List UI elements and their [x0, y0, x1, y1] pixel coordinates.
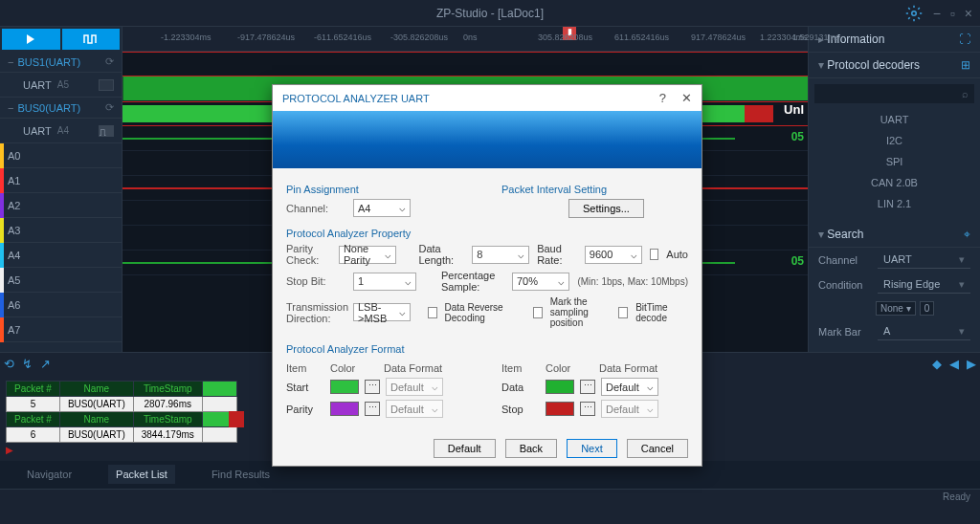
collapse-icon[interactable]: ◆: [932, 357, 942, 371]
tab-find-results[interactable]: Find Results: [204, 465, 278, 484]
channel-item[interactable]: UARTA4⎍: [0, 119, 122, 143]
window-title: ZP-Studio - [LaDoc1]: [436, 7, 544, 20]
color-picker[interactable]: ⋯: [365, 380, 380, 394]
expand-icon[interactable]: ⛶: [959, 33, 970, 46]
status-text: Ready: [943, 491, 970, 502]
none-select[interactable]: None ▾: [876, 301, 916, 316]
dialog-title: PROTOCOL ANALYZER UART: [282, 93, 430, 104]
close-icon[interactable]: ×: [965, 6, 972, 21]
bus-item[interactable]: BUS1(UART)⟳: [0, 52, 122, 73]
search-action-icon[interactable]: ⌖: [964, 228, 970, 241]
format-select[interactable]: Default: [601, 378, 658, 396]
packet-table: Packet #NameTimeStamp 5BUS0(UART)2807.96…: [6, 381, 244, 443]
stopbit-select[interactable]: 1: [353, 273, 416, 291]
parity-select[interactable]: None Parity: [339, 246, 396, 264]
bittime-checkbox[interactable]: [618, 307, 628, 318]
auto-checkbox[interactable]: [650, 249, 659, 260]
right-panel: ▸ Information⛶ ▾ Protocol decoders⊞ ⌕ UA…: [808, 27, 980, 352]
decoder-item[interactable]: UART: [809, 109, 980, 130]
decoder-search[interactable]: ⌕: [814, 84, 974, 103]
decoders-header[interactable]: Protocol decoders: [827, 58, 920, 72]
cancel-button[interactable]: Cancel: [627, 439, 688, 458]
settings-button[interactable]: Settings...: [568, 199, 644, 218]
signal-row[interactable]: A7: [0, 317, 122, 342]
search-icon: ⌕: [962, 88, 969, 99]
decoder-item[interactable]: LIN 2.1: [809, 193, 980, 214]
signal-row[interactable]: A1: [0, 168, 122, 193]
decoder-item[interactable]: SPI: [809, 151, 980, 172]
bus-item[interactable]: BUS0(UART)⟳: [0, 98, 122, 119]
refresh-icon[interactable]: ⟲: [4, 357, 14, 371]
datalength-select[interactable]: 8: [472, 246, 529, 264]
color-picker[interactable]: ⋯: [580, 402, 595, 416]
prev-icon[interactable]: ◀: [949, 357, 959, 371]
tab-navigator[interactable]: Navigator: [19, 465, 79, 484]
markbar-select[interactable]: A: [878, 323, 970, 340]
reverse-checkbox[interactable]: [428, 307, 437, 318]
marksampling-checkbox[interactable]: [533, 307, 543, 318]
color-picker[interactable]: ⋯: [365, 402, 380, 416]
table-row[interactable]: 6BUS0(UART)3844.179ms: [7, 427, 237, 443]
zero-input[interactable]: 0: [920, 301, 935, 316]
protocol-dialog: PROTOCOL ANALYZER UART ?✕ Pin Assignment…: [272, 84, 702, 467]
sync-icon[interactable]: ↯: [22, 357, 33, 371]
timeline: -1.223304ms -917.478624us -611.652416us …: [122, 27, 808, 52]
add-icon[interactable]: ⊞: [961, 58, 970, 72]
signal-row[interactable]: A0: [0, 143, 122, 168]
search-channel[interactable]: UART: [878, 251, 970, 269]
next-button[interactable]: Next: [567, 439, 617, 458]
signal-row[interactable]: A5: [0, 268, 122, 293]
minimize-icon[interactable]: −: [933, 6, 941, 21]
decoder-item[interactable]: CAN 2.0B: [809, 172, 980, 193]
direction-select[interactable]: LSB->MSB: [353, 303, 411, 321]
signal-row[interactable]: A4: [0, 243, 122, 268]
color-picker[interactable]: ⋯: [580, 380, 595, 394]
signal-row[interactable]: A2: [0, 193, 122, 218]
back-button[interactable]: Back: [505, 439, 557, 458]
signal-row[interactable]: A6: [0, 293, 122, 317]
decoder-item[interactable]: I2C: [809, 130, 980, 151]
maximize-icon[interactable]: ▫: [950, 6, 955, 21]
channel-select[interactable]: A4: [353, 199, 411, 217]
percent-select[interactable]: 70%: [512, 273, 569, 291]
table-row[interactable]: 5BUS0(UART)2807.96ms: [7, 397, 237, 412]
search-header[interactable]: Search: [827, 228, 863, 241]
svg-point-0: [912, 11, 917, 16]
format-select[interactable]: Default: [601, 400, 658, 418]
signal-row[interactable]: A3: [0, 218, 122, 243]
next-icon[interactable]: ▶: [967, 357, 976, 371]
close-dialog-icon[interactable]: ✕: [681, 91, 692, 105]
tab-packet-list[interactable]: Packet List: [108, 465, 175, 484]
baud-select[interactable]: 9600: [585, 246, 642, 264]
default-button[interactable]: Default: [434, 439, 496, 458]
play-button[interactable]: [2, 29, 60, 50]
export-icon[interactable]: ↗: [40, 357, 51, 371]
channel-item[interactable]: UARTA5: [0, 73, 122, 98]
settings-icon[interactable]: [905, 5, 923, 22]
help-icon[interactable]: ?: [659, 91, 666, 105]
format-select[interactable]: Default: [386, 400, 443, 418]
search-condition[interactable]: Rising Edge: [878, 276, 970, 294]
capture-button[interactable]: [62, 29, 121, 50]
channel-panel: BUS1(UART)⟳ UARTA5 BUS0(UART)⟳ UARTA4⎍ A…: [0, 27, 122, 352]
format-select[interactable]: Default: [386, 378, 443, 396]
